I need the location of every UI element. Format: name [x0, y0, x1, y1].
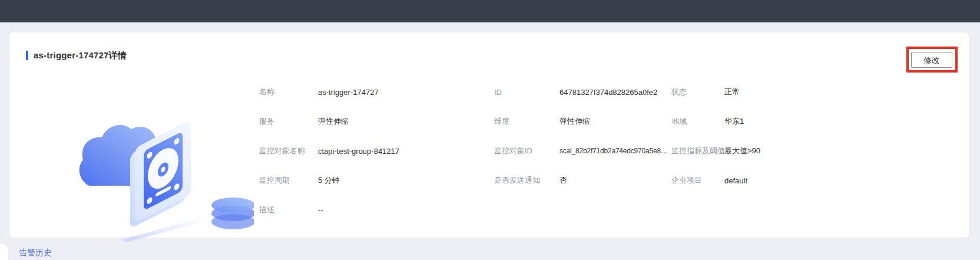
detail-value: 64781327f374d828265a0fe2	[559, 88, 671, 97]
detail-value: default	[724, 176, 850, 185]
page-title: as-trigger-174727详情	[34, 50, 127, 61]
detail-label: 监控对象ID	[494, 146, 559, 156]
modify-button[interactable]: 修改	[911, 52, 952, 68]
detail-label: 维度	[494, 116, 559, 127]
detail-label: 是否发送通知	[494, 175, 559, 186]
detail-label: 描述	[259, 205, 318, 215]
detail-value: 最大值>90	[724, 146, 850, 156]
detail-value: 弹性伸缩	[559, 116, 671, 127]
detail-value: 否	[559, 175, 671, 186]
detail-label: 监控对象名称	[259, 146, 318, 156]
cloud-disk-illustration	[65, 102, 254, 243]
detail-value: 正常	[724, 87, 850, 97]
detail-grid: 名称 as-trigger-174727 ID 64781327f374d828…	[259, 77, 850, 225]
detail-value-truncated-id: scal_82b2f71db2a74edc970a5e859d417317_..…	[559, 147, 670, 155]
detail-label: 状态	[671, 87, 724, 97]
detail-label: ID	[494, 88, 559, 97]
detail-label: 服务	[259, 116, 318, 127]
detail-value: as-trigger-174727	[318, 88, 494, 97]
alarm-history-link[interactable]: 告警历史	[19, 248, 52, 258]
detail-label: 监控指标及阈值	[671, 146, 724, 156]
detail-value: ctapi-test-group-841217	[318, 147, 494, 156]
panel-corner	[0, 244, 8, 260]
detail-value: 弹性伸缩	[318, 116, 494, 127]
detail-label: 地域	[671, 116, 724, 127]
title-accent-bar	[26, 51, 28, 60]
card-title-row: as-trigger-174727详情	[26, 50, 127, 61]
detail-value: 华东1	[724, 116, 850, 127]
detail-label: 名称	[259, 87, 318, 97]
detail-label: 企业项目	[671, 175, 724, 186]
detail-label: 监控周期	[259, 175, 318, 186]
detail-value: --	[318, 206, 494, 215]
top-navigation-bar	[0, 0, 980, 22]
detail-value: 5 分钟	[318, 175, 494, 186]
coins-icon	[211, 198, 254, 229]
